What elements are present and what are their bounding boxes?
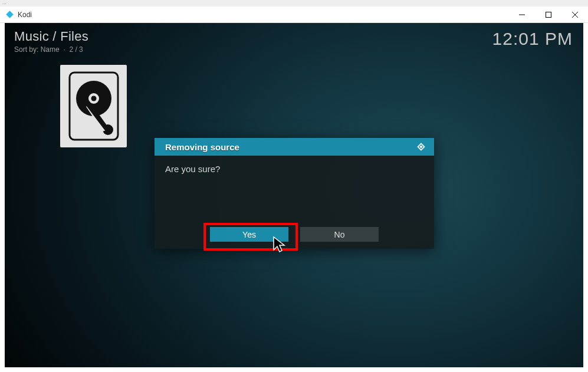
maximize-button[interactable]: [535, 6, 561, 23]
page-header: Music / Files Sort by: Name · 2 / 3: [14, 29, 88, 54]
clock: 12:01 PM: [492, 29, 573, 49]
dialog-message: Are you sure?: [155, 156, 434, 182]
kodi-app-icon: [5, 10, 14, 19]
sort-value: Name: [41, 45, 60, 54]
dialog-title: Removing source: [165, 142, 239, 152]
close-button[interactable]: [561, 6, 588, 23]
window-title-bar: Kodi: [0, 6, 588, 23]
dialog-titlebar: Removing source: [155, 138, 434, 156]
sort-status-line: Sort by: Name · 2 / 3: [14, 45, 88, 54]
breadcrumb: Music / Files: [14, 29, 88, 44]
dialog-footer: Yes No: [155, 227, 434, 242]
item-position: 2 / 3: [69, 45, 83, 54]
kodi-app-surface: Music / Files Sort by: Name · 2 / 3 12:0…: [5, 23, 583, 367]
sort-label: Sort by:: [14, 45, 41, 54]
svg-rect-0: [546, 12, 551, 17]
window-title: Kodi: [18, 11, 32, 19]
browser-url-bar: ...: [0, 0, 588, 6]
kodi-logo-icon: [415, 141, 427, 153]
yes-button[interactable]: Yes: [210, 227, 288, 242]
separator-dot: ·: [63, 45, 65, 54]
svg-point-4: [91, 96, 96, 101]
no-button[interactable]: No: [300, 227, 379, 242]
source-item-thumbnail[interactable]: [60, 65, 127, 147]
hard-disk-icon: [68, 71, 119, 141]
minimize-button[interactable]: [508, 6, 535, 23]
confirm-dialog: Removing source Are you sure? Yes No: [155, 138, 434, 249]
